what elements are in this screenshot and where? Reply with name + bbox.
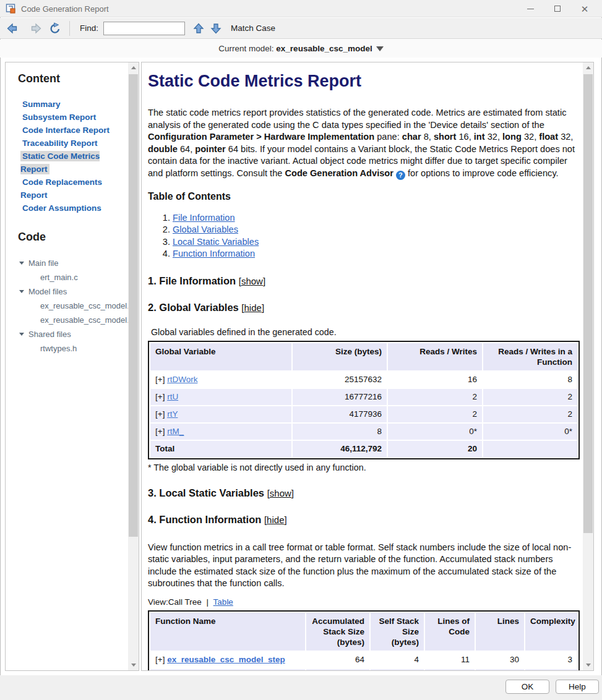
help-button[interactable]: Help [556, 680, 599, 694]
scroll-down-icon[interactable] [583, 660, 593, 670]
hide-global-variables-link[interactable]: hide [244, 302, 262, 313]
minimize-icon[interactable] [517, 0, 544, 17]
function-link-ex-reusable-csc-model-step[interactable]: ex_reusable_csc_model_step [167, 655, 285, 664]
tree-file-ex-reusable-csc-model-h[interactable]: ex_reusable_csc_model.h [40, 313, 124, 327]
table-cell: 2 [388, 406, 482, 422]
find-label: Find: [80, 23, 98, 33]
expand-icon[interactable]: [+] [155, 375, 167, 384]
current-model-prefix: Current model: [218, 44, 273, 53]
current-model-name[interactable]: ex_reusable_csc_model [276, 44, 372, 53]
table-cell: 11 [425, 652, 475, 668]
sidebar-item-code-interface-report[interactable]: Code Interface Report [20, 125, 111, 135]
intro-paragraph: The static code metrics report provides … [148, 107, 582, 180]
page-title: Static Code Metrics Report [148, 72, 582, 91]
close-icon[interactable]: ✕ [571, 0, 598, 17]
variable-link-rtm[interactable]: rtM_ [167, 427, 184, 436]
find-next-icon[interactable] [210, 22, 222, 35]
match-case-option[interactable]: Match Case [231, 23, 275, 33]
refresh-icon[interactable] [48, 22, 62, 35]
tree-file-rtwtypes-h[interactable]: rtwtypes.h [40, 341, 124, 356]
caret-down-icon[interactable] [19, 262, 24, 265]
toc-link-global-variables[interactable]: Global Variables [173, 224, 238, 234]
show-file-information-link[interactable]: show [241, 276, 263, 286]
expand-icon[interactable]: [+] [155, 427, 167, 436]
table-cell: 4177936 [293, 406, 387, 422]
tree-file-ert-main-c[interactable]: ert_main.c [40, 270, 124, 284]
find-previous-icon[interactable] [192, 22, 205, 35]
hide-function-information-link[interactable]: hide [267, 514, 284, 525]
scroll-up-icon[interactable] [583, 62, 593, 73]
caret-down-icon[interactable] [19, 290, 24, 293]
sidebar-item-summary[interactable]: Summary [20, 99, 62, 109]
app-icon [6, 3, 17, 14]
section-local-static-variables: 3. Local Static Variables [show] [148, 487, 582, 499]
table-row: [+] rtY417793622 [150, 406, 577, 422]
column-header: Global Variable [150, 343, 291, 370]
table-view-link[interactable]: Table [213, 597, 233, 607]
sidebar-item-coder-assumptions[interactable]: Coder Assumptions [20, 203, 103, 213]
variable-link-rtu[interactable]: rtU [167, 392, 178, 401]
find-input[interactable] [103, 22, 185, 35]
sidebar-item-traceability-report[interactable]: Traceability Report [20, 138, 100, 148]
table-cell: 2 [483, 406, 577, 422]
tree-group-model-files[interactable]: Model files [19, 284, 124, 299]
table-cell: 1 [525, 669, 577, 671]
toc-item: Local Static Variables [173, 236, 582, 249]
help-icon[interactable]: ? [396, 171, 405, 180]
column-header: Self Stack Size (bytes) [371, 613, 424, 651]
view-switcher: View:Call Tree | Table [148, 597, 582, 607]
sidebar-scrollbar[interactable] [128, 62, 139, 670]
sidebar-item-code-replacements-report[interactable]: Code Replacements Report [20, 177, 102, 200]
caret-down-icon[interactable] [19, 333, 24, 336]
caret-down-icon[interactable] [376, 46, 384, 51]
table-cell: Total [150, 441, 291, 457]
table-cell: 46,112,792 [293, 441, 387, 457]
section-function-information: 4. Function Information [hide] [148, 514, 582, 526]
toolbar: Find: Match Case [0, 18, 602, 39]
report-main-panel: Static Code Metrics Report The static co… [141, 62, 594, 671]
expand-icon[interactable]: [+] [155, 655, 167, 664]
section-file-information: 1. File Information [show] [148, 275, 582, 287]
scroll-down-icon[interactable] [128, 660, 139, 670]
table-header-row: Global Variable Size (bytes) Reads / Wri… [150, 343, 577, 370]
column-header: Reads / Writes [388, 343, 482, 370]
expand-icon[interactable]: [+] [155, 392, 167, 401]
table-cell: 0* [483, 424, 577, 440]
table-cell: 30 [476, 652, 524, 668]
variable-link-rtdwork[interactable]: rtDWork [167, 375, 197, 384]
main-scrollbar[interactable] [583, 62, 593, 670]
scrollbar-thumb[interactable] [129, 74, 138, 537]
tree-file-ex-reusable-csc-model-c[interactable]: ex_reusable_csc_model.c [40, 299, 124, 313]
tree-group-main-file[interactable]: Main file [19, 256, 124, 270]
toc-link-function-information[interactable]: Function Information [173, 249, 255, 258]
table-cell: 16777216 [293, 389, 387, 405]
maximize-icon[interactable] [544, 0, 571, 17]
forward-icon[interactable] [27, 22, 42, 35]
scrollbar-thumb[interactable] [583, 74, 593, 533]
table-cell: 25157632 [293, 372, 387, 388]
table-cell: 20 [388, 441, 482, 457]
view-current: Call Tree [168, 597, 202, 607]
global-variables-table: Global Variable Size (bytes) Reads / Wri… [148, 341, 580, 459]
tree-group-shared-files[interactable]: Shared files [19, 327, 124, 341]
title-bar: Code Generation Report ✕ [0, 0, 602, 17]
code-file-tree: Main fileert_main.cModel filesex_reusabl… [13, 256, 124, 356]
global-variables-caption: Global variables defined in the generate… [151, 327, 582, 337]
scroll-up-icon[interactable] [128, 62, 139, 73]
sidebar-item-static-code-metrics-report[interactable]: Static Code Metrics Report [20, 151, 100, 174]
ok-button[interactable]: OK [505, 680, 549, 694]
toc-link-file-information[interactable]: File Information [173, 213, 235, 223]
toc-link-local-static-variables[interactable]: Local Static Variables [173, 237, 259, 247]
variable-link-rty[interactable]: rtY [167, 409, 178, 419]
table-cell: 2 [388, 389, 482, 405]
table-cell: 16 [388, 372, 482, 388]
column-header: Function Name [150, 613, 305, 651]
table-footnote: * The global variable is not directly us… [148, 463, 582, 472]
back-icon[interactable] [6, 22, 21, 35]
sidebar-item-subsystem-report[interactable]: Subsystem Report [20, 112, 98, 122]
show-local-static-variables-link[interactable]: show [270, 488, 291, 498]
table-of-contents: File InformationGlobal VariablesLocal St… [163, 212, 582, 260]
window-title: Code Generation Report [21, 4, 109, 14]
dialog-footer: OK Help [0, 675, 602, 700]
expand-icon[interactable]: [+] [155, 409, 167, 419]
